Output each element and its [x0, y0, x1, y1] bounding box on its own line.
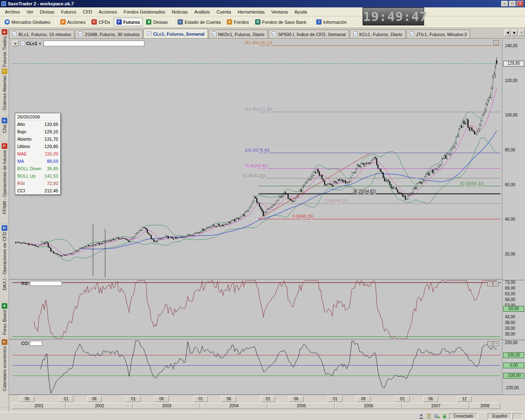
time-tick: 01	[260, 396, 275, 402]
tab-nkdc1-futuros-diario[interactable]: NKDc1, Futuros, Diario	[209, 30, 268, 39]
tab-zgm8-futuros-30-minutos[interactable]: ZGM8, Futuros, 30 minutos	[75, 30, 143, 39]
sidebar-item-cha[interactable]: ●Cha	[0, 116, 9, 142]
tab-clc1-futuros-semanal[interactable]: CLc1, Futuros, Semanal	[144, 29, 208, 39]
time-tick: 01	[328, 396, 342, 402]
toolbar-button-estado-de-cuenta[interactable]: ≡Estado de Cuenta	[175, 18, 224, 26]
menu-item-herramientas[interactable]: Herramientas	[234, 8, 268, 16]
info-icon: i	[316, 19, 322, 25]
rsi-label: RSI	[21, 281, 28, 286]
tab-sp500-i-indice-de-cfd-semanal[interactable]: SP500.I, Índice de CFD, Semanal	[269, 30, 349, 39]
price-axis-label: 100,00	[505, 113, 518, 117]
menu-item-divisas[interactable]: Divisas	[37, 8, 57, 16]
price-chart: 261,80(140,13)161,80(101,98)100,00(78,40…	[9, 39, 502, 279]
maximize-cci-icon[interactable]: □	[487, 341, 493, 346]
rsi-axis-label: 73,00	[505, 280, 515, 285]
maximize-rsi-icon[interactable]: □	[487, 281, 493, 286]
toolbar-button-label: Información	[323, 20, 347, 25]
menu-item-archivo[interactable]: Archivo	[2, 8, 23, 16]
toolbar-button-cfds[interactable]: CCFDs	[89, 18, 113, 26]
cci-axis-label: 220,00	[505, 340, 518, 345]
toolbar-button-acciones[interactable]: AAcciones	[57, 18, 89, 26]
tabs-container: BLc1, Futuros, 15 minutosZGM8, Futuros, …	[9, 28, 509, 39]
menu-item-ventana[interactable]: Ventana	[268, 8, 291, 16]
sidebar-item-dax-i-operaciones-de-cfd[interactable]: DDAX.I - Operaciones de CFD	[0, 224, 9, 302]
menu-item-acciones[interactable]: Acciones	[96, 8, 121, 16]
sidebar-item-ordenes-abiertas[interactable]: ≡Órdenes Abiertas	[0, 67, 9, 116]
tab-scroll-right-icon[interactable]: ▶	[511, 30, 518, 36]
cci-panel-controls: □ ×	[487, 341, 499, 346]
window-title: SaxoTrader 2 - workspace.ok.7	[8, 1, 500, 6]
tab-kcc1-futuros-diario[interactable]: KCc1, Futuros, Diario	[350, 30, 406, 39]
close-button[interactable]: ×	[517, 1, 524, 7]
axis-separator	[502, 280, 525, 281]
tooltip-value: 129,10	[44, 128, 58, 135]
window-controls: – □ ×	[500, 1, 524, 7]
tab-scroll-left-icon[interactable]: ◀	[504, 30, 511, 36]
menu-item-cfd[interactable]: CFD	[80, 8, 96, 16]
toolbar-button-label: Divisas	[153, 20, 167, 25]
current-price-badge: 129,85	[503, 61, 524, 66]
sidebar-item-ffim8-operaciones-de-futuros[interactable]: FFFIM8 - Operaciones de futuros	[0, 142, 9, 224]
svg-text:50,00(59,33): 50,00(59,33)	[460, 181, 484, 186]
price-axis-label: 140,00	[505, 43, 518, 48]
axis-separator	[502, 340, 525, 340]
restore-button[interactable]: □	[509, 1, 516, 7]
rsi-axis-label: 28,00	[505, 332, 515, 336]
language-indicator[interactable]: Español	[488, 413, 511, 420]
chart-menu-dropdown-icon[interactable]: ▼	[12, 41, 18, 46]
toolbar: ⊕Mercados GlobalesAAccionesCCFDsFFuturos…	[0, 16, 525, 28]
toolbar-button-label: Futuros	[123, 20, 140, 25]
menu-item-noticias[interactable]: Noticias	[169, 8, 191, 16]
rsi-input[interactable]	[30, 281, 62, 286]
tab-label: CLc1, Futuros, Semanal	[153, 32, 204, 37]
toolbar-button-futuros[interactable]: FFuturos	[114, 18, 143, 26]
tab-bar: BLc1, Futuros, 15 minutosZGM8, Futuros, …	[9, 28, 525, 39]
toolbar-button-label: Acciones	[67, 20, 86, 25]
close-cci-icon[interactable]: ×	[493, 341, 499, 346]
cci-header: CCI	[21, 341, 42, 346]
connection-status: Conectado	[449, 413, 478, 420]
menu-item-ayuda[interactable]: Ayuda	[291, 8, 310, 16]
cci-panel[interactable]: CCI □ ×	[9, 340, 502, 395]
symbol-selector[interactable]: CLc1 ▼	[20, 41, 42, 46]
menu-item-ver[interactable]: Ver	[23, 8, 37, 16]
price-axis[interactable]: 140,00120,00100,0080,0060,0040,0020,0012…	[502, 39, 525, 395]
main-chart-panel[interactable]: 261,80(140,13)161,80(101,98)100,00(78,40…	[9, 39, 502, 280]
futures-icon: F	[116, 19, 122, 25]
cci-level-badge: 100,00	[503, 352, 524, 358]
toolbar-button-label: CFDs	[98, 20, 110, 25]
symbol-input[interactable]	[43, 41, 144, 46]
tab-jtic1-futuros-minutos-3[interactable]: JTIc1, Futuros, Minutos:3	[406, 30, 470, 39]
rsi-panel[interactable]: RSI □ ×	[9, 280, 502, 340]
minimize-button[interactable]: –	[501, 1, 508, 7]
menu-item-analisis[interactable]: Análisis	[191, 8, 213, 16]
toolbar-button-divisas[interactable]: $Divisas	[143, 18, 170, 26]
toolbar-button-informacion[interactable]: iInformación	[313, 18, 349, 26]
sidebar: ▲Futuros Trading≡Órdenes Abiertas●ChaFFF…	[0, 28, 9, 412]
maximize-panel-icon[interactable]: □	[493, 40, 499, 45]
cci-input[interactable]	[30, 341, 42, 346]
tab-label: SP500.I, Índice de CFD, Semanal	[278, 32, 346, 37]
menu-item-fondos-gestionados[interactable]: Fondos Gestionados	[120, 8, 169, 16]
close-rsi-icon[interactable]: ×	[493, 281, 499, 286]
tab-blc1-futuros-15-minutos[interactable]: BLc1, Futuros, 15 minutos	[9, 30, 74, 39]
cci-axis-label: -220,00	[505, 386, 519, 390]
user-icon	[418, 413, 425, 420]
time-tick: 06	[221, 396, 236, 402]
svg-text:76,40(69,40): 76,40(69,40)	[244, 164, 268, 168]
toolbar-button-fondos-de-saxo-bank[interactable]: SFondos de Saxo Bank	[252, 18, 309, 26]
cci-chart	[9, 340, 502, 394]
menu-item-cuenta[interactable]: Cuenta	[213, 8, 234, 16]
menu-item-futuros[interactable]: Futuros	[58, 8, 80, 16]
rsi-axis-label: 58,00	[505, 297, 515, 302]
tab-close-icon[interactable]: ×	[518, 30, 525, 36]
hourglass-icon	[426, 413, 432, 420]
toolbar-button-mercados-globales[interactable]: ⊕Mercados Globales	[2, 18, 53, 26]
tooltip-row: CCI212,45	[15, 187, 60, 194]
tooltip-row: Alto133,65	[15, 121, 60, 128]
sidebar-item-futuros-trading[interactable]: ▲Futuros Trading	[0, 28, 9, 67]
toolbar-button-fondos[interactable]: ●Fondos	[224, 18, 252, 26]
sidebar-item-forex-board[interactable]: $Forex Board	[0, 302, 9, 338]
time-axis[interactable]: 0601060106010601060106010612200120022003…	[9, 395, 525, 412]
sidebar-item-calendario-economico[interactable]: CCalendario económico	[0, 338, 9, 408]
